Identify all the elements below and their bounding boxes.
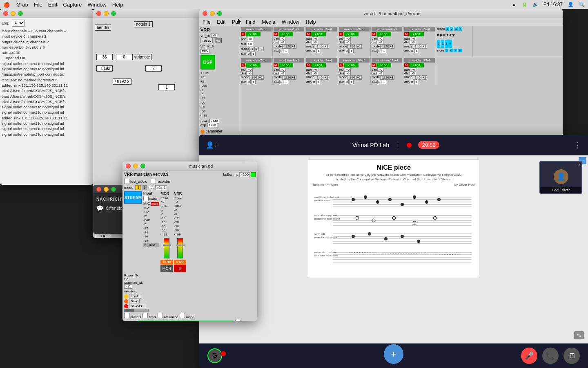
- vrr-tl-max[interactable]: [217, 11, 222, 16]
- ch10-m[interactable]: M: [339, 63, 343, 67]
- menu-window[interactable]: Window: [88, 2, 107, 8]
- ch9-m[interactable]: M: [306, 63, 311, 67]
- ch0-mode-m[interactable]: -1: [249, 47, 254, 51]
- ch1-vol[interactable]: >100: [278, 32, 293, 36]
- chat-tl-min[interactable]: [104, 187, 109, 192]
- saveas-btn[interactable]: SaveAs...: [129, 304, 146, 308]
- num-2[interactable]: 2: [145, 65, 162, 72]
- ch3-m[interactable]: M: [339, 32, 343, 36]
- ch10-m0[interactable]: 0: [352, 75, 356, 80]
- save-btn[interactable]: Save: [129, 299, 140, 303]
- ch2-m[interactable]: M: [306, 32, 311, 36]
- ch7-m0[interactable]: 0: [254, 75, 258, 80]
- vrr-menu-help[interactable]: Help: [306, 19, 316, 25]
- menu-edit[interactable]: Edit: [48, 2, 57, 8]
- ch8-m[interactable]: M: [274, 63, 278, 67]
- ch10-vol[interactable]: >100: [344, 63, 359, 67]
- more-options-icon[interactable]: ⋮: [574, 141, 581, 150]
- reset-btn[interactable]: reset vu: [200, 38, 238, 43]
- vrr-menu-put[interactable]: Put: [232, 19, 239, 25]
- num-minus8192[interactable]: - 8192: [96, 65, 113, 72]
- ch12-m[interactable]: M: [404, 63, 409, 67]
- patch-tl-min[interactable]: [104, 11, 109, 16]
- ch0-mode-0[interactable]: 0: [254, 47, 258, 51]
- stripnote-obj[interactable]: stripnote: [132, 54, 152, 60]
- ch9-vol[interactable]: >100: [311, 63, 326, 67]
- ch4-vol[interactable]: >100: [376, 32, 391, 36]
- menu-grab[interactable]: Grab: [16, 2, 28, 8]
- vrr-tl-min[interactable]: [210, 11, 215, 16]
- ch2-mp[interactable]: +1: [324, 44, 329, 49]
- ch7-m[interactable]: M: [241, 63, 245, 67]
- ch5-m1[interactable]: -1: [413, 44, 417, 49]
- vrr-fader[interactable]: [177, 238, 183, 258]
- ch9-mp[interactable]: +1: [324, 75, 329, 80]
- vrr-nr-val[interactable]: >0: [211, 33, 217, 38]
- mon-btn[interactable]: MON: [160, 265, 173, 272]
- recall-3[interactable]: 3: [454, 27, 458, 31]
- ch4-m[interactable]: M: [372, 32, 376, 36]
- user-add-icon[interactable]: 👤+: [206, 141, 218, 149]
- ch1-mp[interactable]: +1: [291, 44, 296, 49]
- tl-close[interactable]: [3, 11, 8, 16]
- buffer-val[interactable]: >200: [239, 172, 250, 177]
- ch1-m1[interactable]: -1: [282, 44, 287, 49]
- ch8-m0[interactable]: 0: [287, 75, 290, 80]
- recall-4[interactable]: 4: [459, 27, 462, 31]
- preset-2[interactable]: 2: [441, 40, 444, 48]
- mon-fader[interactable]: [164, 238, 169, 258]
- ch4-mp[interactable]: +1: [389, 44, 394, 49]
- stream-btn[interactable]: STREAM: [124, 191, 142, 204]
- mon-fader-thumb[interactable]: [163, 245, 171, 246]
- ch3-m0[interactable]: 0: [352, 44, 356, 49]
- end-call-btn[interactable]: 📞: [542, 348, 559, 364]
- ch2-m1[interactable]: -1: [315, 44, 319, 49]
- search-icon[interactable]: 🔍: [579, 2, 585, 7]
- ch2-m0[interactable]: 0: [320, 44, 323, 49]
- menu-help[interactable]: Help: [112, 2, 123, 8]
- store-7[interactable]: 7: [454, 49, 457, 52]
- chat-tl-max[interactable]: [111, 187, 116, 192]
- store-5[interactable]: 5: [445, 49, 448, 52]
- ch5-a0[interactable]: 0: [410, 49, 414, 53]
- ch8-vol[interactable]: >100: [278, 63, 293, 67]
- chat-tl-close[interactable]: [96, 187, 101, 192]
- ch9-a0[interactable]: 0: [312, 80, 316, 84]
- num-5[interactable]: * 5: [95, 234, 111, 238]
- recording-timer[interactable]: 20:52: [418, 141, 440, 149]
- reset-label[interactable]: reset: [200, 38, 213, 43]
- num-36[interactable]: 36: [96, 54, 113, 60]
- store-6[interactable]: 6: [450, 49, 453, 52]
- ch2-a0[interactable]: 0: [312, 49, 316, 53]
- vrr-menu-find[interactable]: Find: [246, 19, 255, 25]
- ch12-m1[interactable]: -1: [413, 75, 417, 80]
- ch12-a0[interactable]: 0: [410, 80, 414, 84]
- tl-maximize[interactable]: [18, 11, 23, 16]
- ch7-a1[interactable]: 1: [251, 80, 255, 84]
- patch-tl-max[interactable]: [111, 11, 116, 16]
- tl-minimize[interactable]: [11, 11, 16, 16]
- ch2-vol[interactable]: >100: [311, 32, 326, 36]
- ch5-a1[interactable]: 1: [414, 49, 419, 53]
- ch10-mp[interactable]: +1: [356, 75, 362, 80]
- mono-cb[interactable]: [180, 313, 185, 318]
- preset-3[interactable]: 3: [445, 40, 448, 48]
- net-val[interactable]: >24.1: [155, 185, 167, 190]
- ch7-a0[interactable]: 0: [247, 80, 251, 84]
- collapse-icon[interactable]: ⤡: [574, 331, 584, 339]
- mic-mute-btn[interactable]: mute: [151, 202, 160, 206]
- ch11-m1[interactable]: -1: [380, 75, 385, 80]
- expand-icon[interactable]: ⤢: [577, 163, 581, 167]
- patch-tl-close[interactable]: [96, 11, 101, 16]
- mus-tl-close[interactable]: [126, 164, 131, 168]
- ch0-mode-p[interactable]: +1: [258, 47, 264, 51]
- ch11-mp[interactable]: +1: [389, 75, 394, 80]
- vrr-menu-edit[interactable]: Edit: [217, 19, 225, 25]
- ch10-a1[interactable]: 1: [349, 80, 353, 84]
- ch1-m[interactable]: M: [274, 32, 278, 36]
- recall-2[interactable]: 2: [450, 27, 453, 31]
- ch5-m0[interactable]: 0: [418, 44, 421, 49]
- ch8-mp[interactable]: +1: [291, 75, 296, 80]
- timer-cb-mus[interactable]: [143, 313, 148, 318]
- recall-1[interactable]: 1: [445, 27, 449, 31]
